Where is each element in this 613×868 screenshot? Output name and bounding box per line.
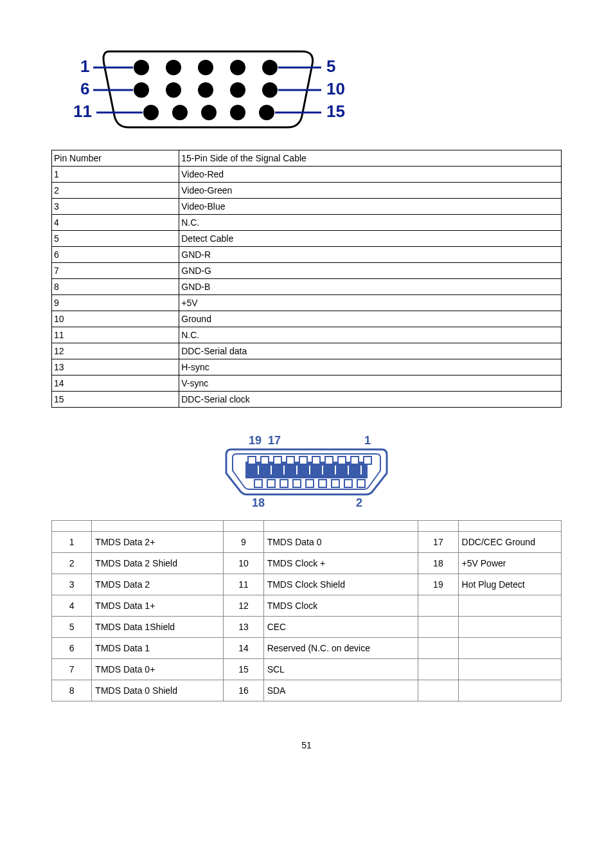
table-row: 12DDC-Serial data bbox=[52, 343, 562, 359]
table-row: 2Video-Green bbox=[52, 183, 562, 199]
table-row: 11N.C. bbox=[52, 327, 562, 343]
svg-rect-59 bbox=[357, 480, 365, 487]
table-row: 9+5V bbox=[52, 295, 562, 311]
table-row: 2TMDS Data 2 Shield10TMDS Clock +18+5V P… bbox=[52, 553, 562, 574]
svg-rect-57 bbox=[332, 480, 339, 487]
table-header-row bbox=[52, 521, 562, 532]
table-row: 5Detect Cable bbox=[52, 231, 562, 247]
svg-text:1: 1 bbox=[364, 434, 371, 447]
svg-rect-54 bbox=[293, 480, 301, 487]
svg-rect-36 bbox=[312, 457, 320, 464]
svg-rect-32 bbox=[261, 457, 269, 464]
svg-rect-58 bbox=[344, 480, 352, 487]
vga-connector-diagram: 1 6 11 5 10 15 bbox=[71, 45, 347, 129]
pin-header: Pin Number bbox=[52, 150, 179, 167]
svg-point-2 bbox=[198, 60, 213, 75]
vga-pin-table: Pin Number 15-Pin Side of the Signal Cab… bbox=[51, 150, 562, 408]
svg-text:2: 2 bbox=[356, 496, 362, 509]
page-number: 51 bbox=[51, 740, 562, 750]
table-row: 14V-sync bbox=[52, 375, 562, 392]
table-row: 1Video-Red bbox=[52, 167, 562, 183]
table-row: 7TMDS Data 0+15SCL bbox=[52, 659, 562, 680]
table-row: 3Video-Blue bbox=[52, 199, 562, 215]
table-row: 3TMDS Data 211TMDS Clock Shield19Hot Plu… bbox=[52, 574, 562, 595]
svg-text:6: 6 bbox=[80, 79, 89, 98]
svg-text:10: 10 bbox=[326, 79, 345, 98]
table-row: 15DDC-Serial clock bbox=[52, 392, 562, 408]
svg-point-5 bbox=[134, 82, 149, 98]
table-row: 6GND-R bbox=[52, 247, 562, 263]
svg-point-1 bbox=[166, 60, 181, 75]
svg-point-6 bbox=[166, 82, 181, 98]
table-row: 8GND-B bbox=[52, 279, 562, 295]
table-row: 8TMDS Data 0 Shield16SDA bbox=[52, 680, 562, 701]
svg-rect-39 bbox=[351, 457, 359, 464]
table-row: 13H-sync bbox=[52, 359, 562, 375]
svg-rect-38 bbox=[338, 457, 346, 464]
svg-point-7 bbox=[198, 82, 213, 98]
svg-point-12 bbox=[201, 105, 217, 120]
desc-header: 15-Pin Side of the Signal Cable bbox=[179, 150, 562, 167]
svg-text:18: 18 bbox=[252, 496, 265, 509]
table-header-row: Pin Number 15-Pin Side of the Signal Cab… bbox=[52, 150, 562, 167]
table-row: 4N.C. bbox=[52, 215, 562, 231]
svg-text:19: 19 bbox=[249, 434, 262, 447]
svg-text:11: 11 bbox=[73, 102, 92, 121]
svg-rect-40 bbox=[364, 457, 371, 464]
svg-point-3 bbox=[230, 60, 245, 75]
svg-point-10 bbox=[143, 105, 159, 120]
svg-point-0 bbox=[134, 60, 149, 75]
svg-rect-52 bbox=[267, 480, 275, 487]
svg-rect-34 bbox=[287, 457, 294, 464]
svg-point-4 bbox=[262, 60, 278, 75]
svg-point-8 bbox=[230, 82, 245, 98]
svg-text:17: 17 bbox=[268, 434, 281, 447]
svg-point-11 bbox=[172, 105, 188, 120]
svg-rect-55 bbox=[306, 480, 314, 487]
svg-text:15: 15 bbox=[326, 102, 345, 121]
table-row: 4TMDS Data 1+12TMDS Clock bbox=[52, 595, 562, 617]
table-row: 7GND-G bbox=[52, 263, 562, 279]
svg-text:1: 1 bbox=[80, 57, 89, 76]
svg-rect-51 bbox=[254, 480, 262, 487]
table-row: 1TMDS Data 2+9TMDS Data 017DDC/CEC Groun… bbox=[52, 532, 562, 553]
svg-point-9 bbox=[262, 82, 278, 98]
svg-rect-33 bbox=[274, 457, 281, 464]
svg-rect-31 bbox=[248, 457, 256, 464]
svg-rect-53 bbox=[280, 480, 288, 487]
hdmi-pin-table: 1TMDS Data 2+9TMDS Data 017DDC/CEC Groun… bbox=[51, 520, 562, 701]
svg-rect-35 bbox=[299, 457, 307, 464]
svg-point-14 bbox=[259, 105, 274, 120]
svg-point-13 bbox=[230, 105, 245, 120]
svg-rect-56 bbox=[319, 480, 326, 487]
svg-text:5: 5 bbox=[326, 57, 335, 76]
hdmi-connector-diagram: 19 17 1 18 2 bbox=[213, 433, 400, 511]
table-row: 6TMDS Data 114Reserved (N.C. on device bbox=[52, 638, 562, 659]
svg-rect-37 bbox=[325, 457, 333, 464]
table-row: 5TMDS Data 1Shield13CEC bbox=[52, 617, 562, 638]
table-row: 10Ground bbox=[52, 311, 562, 327]
